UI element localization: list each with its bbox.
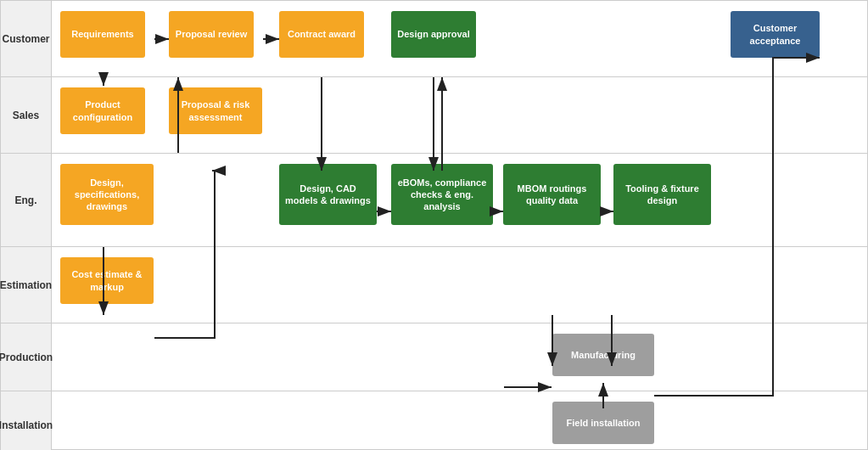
box-design-specs: Design, specifications, drawings [60,164,154,225]
lane-installation: Installation Field installation [1,391,867,450]
lane-label-customer: Customer [1,1,52,76]
box-design-cad: Design, CAD models & drawings [279,164,377,225]
box-proposal-review: Proposal review [169,11,254,58]
box-requirements: Requirements [60,11,145,58]
box-proposal-risk: Proposal & risk assessment [169,87,262,134]
box-product-configuration: Product configuration [60,87,145,134]
lane-label-production: Production [1,323,52,391]
lane-label-eng: Eng. [1,154,52,246]
box-customer-acceptance: Customer acceptance [731,11,820,58]
lane-label-estimation: Estimation [1,247,52,323]
box-design-approval: Design approval [391,11,476,58]
lane-content-installation: Field installation [52,391,867,450]
box-field-installation: Field installation [552,402,654,444]
lane-estimation: Estimation Cost estimate & markup [1,247,867,323]
lane-label-sales: Sales [1,77,52,153]
lane-sales: Sales Product configuration Proposal & r… [1,77,867,154]
box-mbom: MBOM routings quality data [503,164,601,225]
lane-content-eng: Design, specifications, drawings Design,… [52,154,867,246]
lane-eng: Eng. Design, specifications, drawings De… [1,154,867,247]
box-tooling: Tooling & fixture design [613,164,711,225]
diagram-container: Customer Requirements Proposal review Co… [0,0,868,450]
diagram-wrapper: Customer Requirements Proposal review Co… [1,1,867,449]
lane-content-estimation: Cost estimate & markup [52,247,867,323]
lane-label-installation: Installation [1,391,52,450]
lane-content-production: Manufacturing [52,323,867,391]
box-eboms: eBOMs, compliance checks & eng. analysis [391,164,493,225]
lane-content-customer: Requirements Proposal review Contract aw… [52,1,867,76]
box-manufacturing: Manufacturing [552,334,654,376]
box-contract-award: Contract award [279,11,364,58]
lane-content-sales: Product configuration Proposal & risk as… [52,77,867,153]
box-cost-estimate: Cost estimate & markup [60,257,154,304]
lane-customer: Customer Requirements Proposal review Co… [1,1,867,77]
lane-production: Production Manufacturing [1,323,867,391]
